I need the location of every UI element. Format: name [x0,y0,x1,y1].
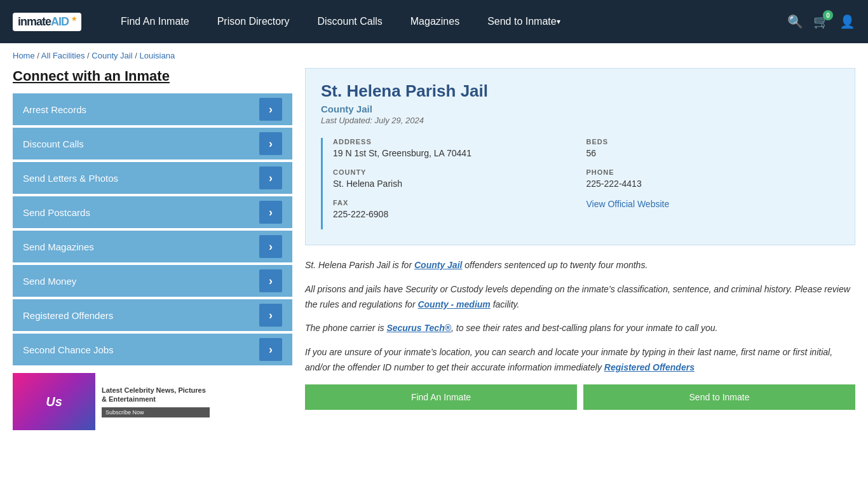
address-label: ADDRESS [333,138,587,146]
phone-section: PHONE 225-222-4413 [587,168,840,189]
breadcrumb-all-facilities[interactable]: All Facilities [41,51,85,60]
user-icon[interactable]: 👤 [839,14,855,29]
breadcrumb-home[interactable]: Home [13,51,35,60]
facility-card: St. Helena Parish Jail County Jail Last … [305,68,855,245]
arrow-icon: › [259,304,282,327]
arrow-icon: › [259,98,282,121]
address-value: 19 N 1st St, Greensburg, LA 70441 [333,148,587,158]
beds-value: 56 [587,148,840,158]
county-label: COUNTY [333,168,587,176]
cart-badge: 0 [823,10,833,20]
fax-section: FAX 225-222-6908 [333,199,587,219]
sidebar-btn-arrest-records[interactable]: Arrest Records › [13,93,292,125]
bottom-buttons: Find An Inmate Send to Inmate [305,384,855,410]
address-section: ADDRESS 19 N 1st St, Greensburg, LA 7044… [333,138,587,158]
ad-brand: Us [46,395,62,409]
arrow-icon: › [259,338,282,361]
cart-icon[interactable]: 🛒 0 [813,14,829,29]
main-content: St. Helena Parish Jail County Jail Last … [305,68,855,430]
description-para2: All prisons and jails have Security or C… [305,282,855,313]
nav-links: Find An Inmate Prison Directory Discount… [107,0,787,43]
breadcrumb: Home / All Facilities / County Jail / Lo… [0,43,868,68]
county-section: COUNTY St. Helena Parish [333,168,587,189]
send-to-inmate-button[interactable]: Send to Inmate [583,384,855,410]
nav-find-inmate[interactable]: Find An Inmate [107,0,203,43]
page-layout: Connect with an Inmate Arrest Records › … [0,68,868,443]
arrow-icon: › [259,269,282,292]
sidebar: Connect with an Inmate Arrest Records › … [13,68,292,430]
find-inmate-button[interactable]: Find An Inmate [305,384,577,410]
logo[interactable]: inmateAID ★ [13,13,81,31]
logo-text: inmateAID ★ [18,15,76,29]
description-para3: The phone carrier is Securus Tech®, to s… [305,321,855,336]
ad-image: Us [13,373,95,430]
nav-discount-calls[interactable]: Discount Calls [303,0,396,43]
sidebar-btn-send-magazines[interactable]: Send Magazines › [13,231,292,262]
arrow-icon: › [259,201,282,224]
phone-label: PHONE [587,168,840,176]
ad-inner: Us Latest Celebrity News, Pictures & Ent… [13,373,216,430]
search-icon[interactable]: 🔍 [787,14,803,29]
sidebar-title: Connect with an Inmate [13,68,292,85]
details-left: ADDRESS 19 N 1st St, Greensburg, LA 7044… [333,138,587,229]
description-para1: St. Helena Parish Jail is for County Jai… [305,258,855,273]
sidebar-btn-send-letters[interactable]: Send Letters & Photos › [13,162,292,194]
fax-value: 225-222-6908 [333,209,587,219]
sidebar-btn-send-money[interactable]: Send Money › [13,265,292,297]
securus-tech-link[interactable]: Securus Tech® [386,323,451,333]
facility-updated: Last Updated: July 29, 2024 [321,116,839,125]
website-section: View Official Website [587,199,840,209]
advertisement: Us Latest Celebrity News, Pictures & Ent… [13,373,216,430]
nav-send-to-inmate[interactable]: Send to Inmate [473,0,574,43]
ad-content: Latest Celebrity News, Pictures & Entert… [95,373,216,430]
registered-offenders-link[interactable]: Registered Offenders [604,362,695,372]
facility-description: St. Helena Parish Jail is for County Jai… [305,258,855,376]
sidebar-btn-send-postcards[interactable]: Send Postcards › [13,196,292,228]
sidebar-btn-registered-offenders[interactable]: Registered Offenders › [13,299,292,331]
breadcrumb-louisiana[interactable]: Louisiana [139,51,175,60]
phone-value: 225-222-4413 [587,179,840,189]
facility-type: County Jail [321,104,839,114]
navbar: inmateAID ★ Find An Inmate Prison Direct… [0,0,868,43]
arrow-icon: › [259,166,282,189]
breadcrumb-county-jail[interactable]: County Jail [92,51,132,60]
facility-name: St. Helena Parish Jail [321,81,839,101]
description-para4: If you are unsure of your inmate’s locat… [305,345,855,376]
ad-subscribe-button[interactable]: Subscribe Now [102,407,210,417]
details-right: BEDS 56 PHONE 225-222-4413 View Official… [587,138,840,229]
nav-icons: 🔍 🛒 0 👤 [787,14,855,29]
beds-section: BEDS 56 [587,138,840,158]
sidebar-btn-discount-calls[interactable]: Discount Calls › [13,128,292,159]
view-official-website-link[interactable]: View Official Website [587,199,670,209]
sidebar-btn-second-chance[interactable]: Second Chance Jobs › [13,334,292,365]
county-medium-link[interactable]: County - medium [417,299,490,309]
beds-label: BEDS [587,138,840,146]
ad-title: Latest Celebrity News, Pictures & Entert… [102,386,210,404]
arrow-icon: › [259,235,282,258]
arrow-icon: › [259,132,282,155]
facility-details: ADDRESS 19 N 1st St, Greensburg, LA 7044… [321,138,839,229]
nav-prison-directory[interactable]: Prison Directory [203,0,304,43]
nav-magazines[interactable]: Magazines [397,0,473,43]
county-jail-link[interactable]: County Jail [414,260,462,270]
fax-label: FAX [333,199,587,207]
county-value: St. Helena Parish [333,179,587,189]
